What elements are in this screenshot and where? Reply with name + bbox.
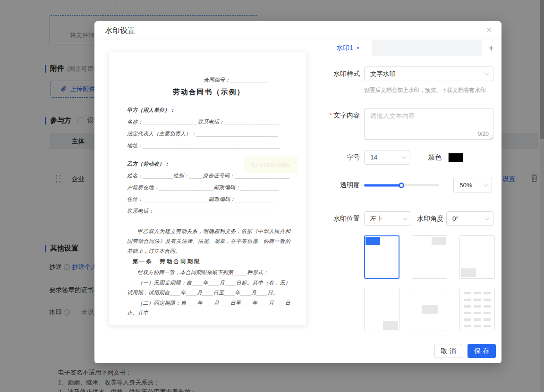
opacity-slider-fill [364, 184, 401, 186]
contract-preview: 合同编号：______________ 劳动合同书（示例） 甲方（用人单位）： … [109, 52, 307, 325]
contract-line: 合同编号：______________ [127, 77, 290, 83]
watermark-tab-bar: 水印1 × [324, 40, 482, 56]
color-swatch[interactable] [448, 153, 463, 162]
required-mark: * [330, 111, 332, 119]
position-thumb-bottom-left[interactable] [459, 235, 495, 279]
divider [331, 203, 494, 203]
tiled-pattern [460, 288, 494, 331]
style-hint: 设置后文档会加上水印，预览、下载文档将有水印 [364, 86, 495, 94]
style-label: 水印样式 [324, 70, 360, 78]
save-button[interactable]: 保 存 [468, 344, 496, 358]
contract-title: 劳动合同书（示例） [127, 89, 290, 95]
opacity-slider[interactable] [364, 181, 439, 190]
opacity-slider-handle[interactable] [399, 183, 404, 188]
contract-clause-title: 第一条 劳动合同期限 [127, 259, 290, 265]
contract-line: 甲方（用人单位）： [127, 107, 290, 113]
style-value: 文字水印 [370, 70, 396, 78]
add-watermark-button[interactable]: + [485, 41, 497, 55]
char-counter: 0/20 [476, 131, 489, 137]
text-content-input[interactable] [364, 108, 493, 140]
text-content-wrap: 0/20 [364, 108, 493, 140]
font-size-label: 字号 [324, 153, 360, 162]
contract-paragraph: （二）固定期限：自____年____月____日至____年____月____日… [127, 298, 290, 318]
contract-paragraph: 甲乙双方为建立劳动关系，明确权利义务，依据《中华人民共和国劳动合同法》及有关法律… [127, 226, 290, 256]
angle-select[interactable]: 0° [446, 211, 493, 226]
position-thumb-tiled[interactable] [459, 288, 495, 331]
font-size-select[interactable]: 14 [364, 150, 410, 165]
contract-line: 名称：____________________联系电话：____________… [127, 119, 290, 125]
position-value: 左上 [370, 215, 383, 223]
chevron-down-icon [485, 216, 490, 220]
angle-value: 0° [452, 215, 459, 222]
position-thumb-top-left[interactable] [364, 235, 400, 279]
position-thumb-center[interactable] [412, 288, 447, 331]
tab-watermark-1[interactable]: 水印1 × [324, 40, 372, 56]
contract-line: 联系电话：___________________________________… [127, 208, 290, 214]
close-icon[interactable]: × [484, 24, 495, 35]
chevron-down-icon [484, 182, 488, 187]
cancel-button[interactable]: 取 消 [434, 344, 462, 358]
modal-title: 水印设置 [105, 26, 135, 36]
contract-line: 住址：________________________邮政编码：________… [127, 196, 290, 202]
contract-line: 户籍所在地：____________________邮政编码：_________… [127, 184, 290, 191]
text-content-label: *文字内容 [324, 108, 360, 120]
style-select[interactable]: 文字水印 [364, 67, 493, 81]
opacity-select[interactable]: 50% [453, 178, 492, 192]
chevron-down-icon [403, 216, 408, 220]
modal-footer: 取 消 保 存 [94, 338, 502, 363]
tab-close-icon[interactable]: × [356, 44, 360, 51]
contract-paragraph: （一）无固定期限：自____年____月____日起。其中（有，无）试用期，试用… [127, 278, 290, 298]
contract-line: 姓名：___________性别：_____身份证号码：____________… [127, 173, 290, 179]
opacity-label: 透明度 [324, 181, 360, 190]
modal-header: 水印设置 × [94, 21, 502, 40]
contract-line: 地址：_____________________________________… [127, 142, 290, 149]
chevron-down-icon [485, 71, 490, 75]
position-select[interactable]: 左上 [364, 211, 411, 226]
tab-label: 水印1 [336, 44, 353, 52]
contract-paragraph: 经双方协商一致，本合同期限采取下列第_____种形式： [127, 267, 290, 277]
faint-watermark: 1771187595 [244, 157, 298, 173]
contract-line: 法定代表人（主要负责人）：___________________________… [127, 131, 290, 137]
font-size-value: 14 [370, 154, 377, 161]
position-thumb-bottom-right[interactable] [364, 288, 400, 331]
watermark-settings-modal: 水印设置 × 合同编号：______________ 劳动合同书（示例） 甲方（… [94, 21, 502, 363]
chevron-down-icon [402, 154, 407, 159]
watermark-settings-panel: 水印1 × + 水印样式 文字水印 设置后文档会加上水印，预览、下载文档将有水印… [324, 40, 495, 331]
position-label: 水印位置 [324, 215, 360, 223]
opacity-value: 50% [459, 182, 472, 189]
color-label: 颜色 [428, 153, 442, 162]
position-thumb-top-right[interactable] [412, 235, 447, 279]
angle-label: 水印角度 [417, 215, 446, 223]
